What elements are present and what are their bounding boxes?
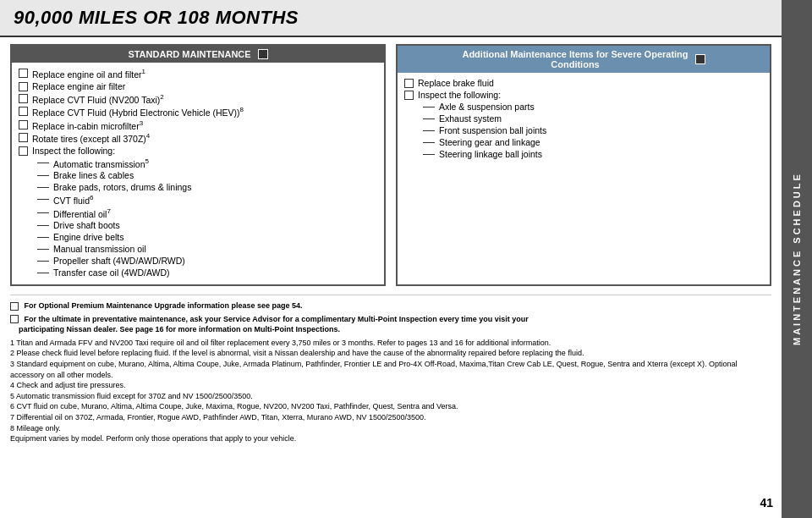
footnote-item: 6 CVT fluid on cube, Murano, Altima, Alt… (10, 401, 771, 412)
additional-table-body: Replace brake fluid Inspect the followin… (398, 73, 770, 166)
footnote-text: 7 Differential oil on 370Z, Armada, Fron… (10, 413, 426, 422)
footnote-item: 8 Mileage only. (10, 423, 771, 434)
list-item: Automatic transmission5 (19, 157, 377, 169)
standard-table-title: STANDARD MAINTENANCE (128, 49, 250, 59)
dash-icon (37, 199, 49, 200)
list-item: Inspect the following: (19, 146, 377, 156)
standard-maintenance-table: STANDARD MAINTENANCE Replace engine oil … (10, 44, 386, 286)
footnote-text: 3 Standard equipment on cube, Murano, Al… (10, 360, 737, 379)
dash-icon (37, 237, 49, 238)
dash-icon (37, 273, 49, 273)
footnote-text: For the ultimate in preventative mainten… (10, 315, 529, 334)
dash-icon (423, 118, 435, 119)
page-header: 90,000 MILES OR 108 MONTHS (0, 0, 782, 37)
checkbox-icon[interactable] (19, 94, 28, 103)
dash-icon (37, 163, 49, 163)
footnote-item: 5 Automatic transmission fluid except fo… (10, 391, 771, 402)
dash-icon (37, 187, 49, 188)
dash-icon (37, 249, 49, 250)
additional-maintenance-table: Additional Maintenance Items for Severe … (396, 44, 771, 286)
checkbox-icon (10, 315, 19, 323)
list-item: Steering linkage ball joints (404, 149, 763, 159)
footnote-text: For Optional Premium Maintenance Upgrade… (25, 301, 303, 310)
footnote-item: For the ultimate in preventative mainten… (10, 314, 771, 335)
footnote-item: Equipment varies by model. Perform only … (10, 433, 771, 444)
checkbox-icon (10, 302, 19, 311)
list-item: Rotate tires (except all 370Z)4 (19, 132, 377, 144)
list-item: Inspect the following: (404, 90, 763, 100)
footnote-text: 4 Check and adjust tire pressures. (10, 381, 126, 389)
footnote-item: 2 Please check fluid level before replac… (10, 348, 771, 359)
checkbox-icon[interactable] (19, 107, 28, 116)
list-item: Replace CVT Fluid (Hybrid Electronic Veh… (19, 106, 377, 118)
footnote-text: 5 Automatic transmission fluid except fo… (10, 392, 253, 400)
tables-row: STANDARD MAINTENANCE Replace engine oil … (10, 44, 771, 286)
footnote-item: 4 Check and adjust tire pressures. (10, 380, 771, 391)
footnote-text: 6 CVT fluid on cube, Murano, Altima, Alt… (10, 402, 458, 411)
list-item: Replace engine air filter (19, 81, 377, 91)
content-area: STANDARD MAINTENANCE Replace engine oil … (0, 37, 782, 518)
list-item: Replace engine oil and filter1 (19, 68, 377, 80)
footnote-item: 3 Standard equipment on cube, Murano, Al… (10, 359, 771, 380)
standard-table-header: STANDARD MAINTENANCE (12, 46, 384, 63)
sidebar-label: MAINTENANCE SCHEDULE (792, 173, 802, 346)
checkbox-icon[interactable] (404, 79, 414, 88)
dash-icon (423, 142, 435, 143)
dash-icon (37, 175, 49, 176)
footnote-item: For Optional Premium Maintenance Upgrade… (10, 300, 771, 311)
list-item: Manual transmission oil (19, 244, 377, 254)
footnote-text: 8 Mileage only. (10, 424, 61, 433)
dash-icon (423, 107, 435, 107)
footnote-text: 1 Titan and Armada FFV and NV200 Taxi re… (10, 339, 551, 347)
checkbox-icon[interactable] (19, 82, 28, 91)
footnote-text: Equipment varies by model. Perform only … (10, 434, 296, 443)
dash-icon (37, 225, 49, 226)
sidebar: MAINTENANCE SCHEDULE (782, 0, 812, 518)
list-item: Brake pads, rotors, drums & linings (19, 182, 377, 192)
additional-table-title: Additional Maintenance Items for Severe … (462, 49, 688, 69)
list-item: Differential oil7 (19, 207, 377, 219)
list-item: Steering gear and linkage (404, 137, 763, 147)
checkbox-icon[interactable] (19, 146, 28, 156)
header-checkbox-icon (258, 49, 268, 59)
additional-table-header: Additional Maintenance Items for Severe … (398, 46, 770, 73)
list-item: Engine drive belts (19, 232, 377, 242)
page-title: 90,000 MILES OR 108 MONTHS (14, 7, 299, 28)
header-checkbox-icon (695, 54, 705, 64)
dash-icon (423, 154, 435, 155)
list-item: Replace brake fluid (404, 78, 763, 88)
list-item: Axle & suspension parts (404, 102, 763, 112)
checkbox-icon[interactable] (404, 91, 414, 100)
footnote-text: 2 Please check fluid level before replac… (10, 349, 584, 357)
checkbox-icon[interactable] (19, 120, 28, 130)
list-item: Replace in-cabin microfilter3 (19, 119, 377, 131)
checkbox-icon[interactable] (19, 133, 28, 142)
checkbox-icon[interactable] (19, 69, 28, 78)
footnotes-area: For Optional Premium Maintenance Upgrade… (10, 295, 771, 444)
page-number: 41 (760, 496, 773, 510)
list-item: Front suspension ball joints (404, 125, 763, 135)
dash-icon (37, 261, 49, 262)
list-item: Transfer case oil (4WD/AWD) (19, 267, 377, 278)
standard-table-body: Replace engine oil and filter1 Replace e… (12, 63, 384, 284)
footnote-item: 7 Differential oil on 370Z, Armada, Fron… (10, 412, 771, 423)
list-item: Propeller shaft (4WD/AWD/RWD) (19, 256, 377, 266)
dash-icon (37, 212, 49, 213)
footnote-item: 1 Titan and Armada FFV and NV200 Taxi re… (10, 338, 771, 349)
list-item: Brake lines & cables (19, 170, 377, 180)
list-item: CVT fluid6 (19, 194, 377, 206)
list-item: Drive shaft boots (19, 220, 377, 230)
dash-icon (423, 130, 435, 131)
list-item: Exhaust system (404, 113, 763, 124)
list-item: Replace CVT Fluid (NV200 Taxi)2 (19, 93, 377, 105)
